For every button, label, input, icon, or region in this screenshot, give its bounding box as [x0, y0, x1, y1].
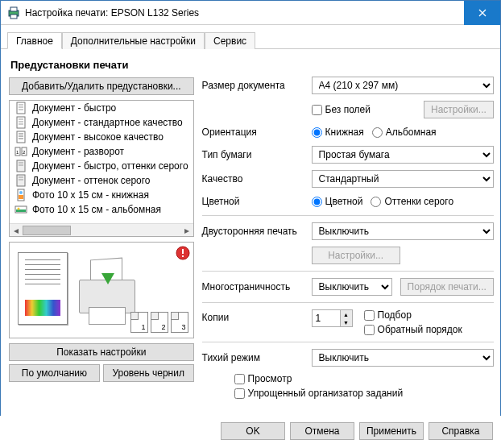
color-color-input[interactable] [312, 197, 322, 207]
scroll-right-arrow[interactable]: ▸ [180, 224, 193, 237]
doc-size-label: Размер документа [202, 80, 305, 91]
preview-page [18, 252, 68, 325]
copies-label: Копии [202, 309, 305, 323]
svg-rect-1 [10, 7, 17, 11]
separator [202, 342, 494, 342]
svg-point-30 [18, 208, 20, 210]
scroll-thumb[interactable] [23, 226, 71, 235]
duplex-select[interactable]: Выключить [312, 222, 494, 240]
svg-rect-3 [17, 102, 25, 114]
tab-advanced[interactable]: Дополнительные настройки [62, 32, 205, 49]
preset-item[interactable]: Документ - высокое качество [10, 130, 193, 144]
doc-icon [14, 116, 27, 129]
orientation-portrait-label: Книжная [325, 127, 364, 138]
quiet-select[interactable]: Выключить [312, 349, 494, 367]
preset-item[interactable]: Документ - оттенок серого [10, 173, 193, 188]
window-titlebar: Настройка печати: EPSON L132 Series [1, 1, 500, 25]
multipage-select[interactable]: Выключить [312, 278, 392, 296]
svg-rect-33 [182, 255, 184, 257]
svg-rect-11 [17, 131, 25, 143]
orientation-landscape-label: Альбомная [386, 127, 437, 138]
add-remove-presets-button[interactable]: Добавить/Удалить предустановки... [9, 77, 194, 95]
color-gray-radio[interactable]: Оттенки серого [371, 196, 453, 207]
orientation-portrait-input[interactable] [312, 127, 322, 138]
simple-organizer-label: Упрощенный организатор заданий [248, 388, 404, 399]
preset-horizontal-scrollbar[interactable]: ◂ ▸ [10, 223, 193, 236]
collate-input[interactable] [364, 310, 375, 321]
svg-rect-19 [17, 160, 25, 172]
separator [202, 215, 494, 216]
preset-item[interactable]: Фото 10 x 15 см - альбомная [10, 202, 193, 217]
borderless-checkbox[interactable]: Без полей [312, 104, 371, 115]
duplex-settings-button: Настройки... [312, 247, 400, 264]
presets-heading: Предустановки печати [9, 54, 194, 77]
svg-rect-7 [17, 117, 25, 128]
printer-app-icon [7, 6, 20, 19]
ink-levels-button[interactable]: Уровень чернил [103, 364, 194, 382]
ok-button[interactable]: OK [221, 422, 285, 440]
spread-icon: 12 [14, 145, 27, 158]
preset-item[interactable]: Документ - стандартное качество [10, 115, 193, 130]
preset-label: Документ - быстро [32, 102, 116, 114]
preset-label: Документ - высокое качество [32, 131, 164, 143]
orientation-landscape-input[interactable] [372, 127, 383, 138]
window-title: Настройка печати: EPSON L132 Series [25, 7, 464, 19]
svg-rect-29 [16, 209, 26, 212]
preset-label: Документ - стандартное качество [32, 117, 183, 128]
color-label: Цветной [202, 196, 305, 207]
simple-organizer-checkbox[interactable]: Упрощенный организатор заданий [234, 388, 404, 399]
preset-list[interactable]: Документ - быстро Документ - стандартное… [9, 100, 194, 237]
borderless-input[interactable] [312, 105, 322, 115]
reverse-input[interactable] [364, 325, 375, 335]
preset-item[interactable]: Документ - быстро, оттенки серого [10, 159, 193, 173]
collate-label: Подбор [378, 309, 412, 321]
quality-label: Качество [202, 173, 305, 185]
quality-select[interactable]: Стандартный [312, 170, 494, 188]
paper-type-select[interactable]: Простая бумага [312, 146, 494, 164]
preview-checkbox[interactable]: Просмотр [234, 373, 292, 384]
copies-input[interactable] [313, 310, 340, 326]
svg-rect-32 [182, 249, 184, 254]
doc-gray-icon [14, 160, 27, 172]
copies-spinner[interactable]: ▲ ▼ [312, 309, 353, 327]
color-color-radio[interactable]: Цветной [312, 196, 363, 207]
color-gray-input[interactable] [371, 197, 381, 207]
orientation-portrait-radio[interactable]: Книжная [312, 127, 364, 138]
doc-gray-icon [14, 174, 27, 187]
color-gray-text: Оттенки серого [384, 196, 453, 207]
paper-type-label: Тип бумаги [202, 149, 305, 160]
copies-up[interactable]: ▲ [341, 310, 352, 318]
defaults-button[interactable]: По умолчанию [9, 364, 100, 382]
close-button[interactable] [464, 1, 500, 25]
svg-rect-2 [10, 15, 17, 19]
preset-label: Фото 10 x 15 см - альбомная [32, 204, 161, 215]
tab-main[interactable]: Главное [7, 32, 62, 49]
tab-strip: Главное Дополнительные настройки Сервис [1, 25, 500, 49]
collate-checkbox[interactable]: Подбор [364, 309, 462, 321]
show-settings-button[interactable]: Показать настройки [9, 343, 194, 361]
preview-copies-icons [130, 312, 188, 333]
preset-item[interactable]: Документ - быстро [10, 101, 193, 115]
scroll-left-arrow[interactable]: ◂ [10, 224, 23, 237]
tab-service[interactable]: Сервис [205, 32, 255, 49]
print-preview [9, 242, 194, 338]
page-order-button: Порядок печати... [400, 278, 494, 296]
cancel-button[interactable]: Отмена [290, 422, 354, 440]
reverse-checkbox[interactable]: Обратный порядок [364, 324, 462, 335]
apply-button[interactable]: Применить [359, 422, 424, 440]
multipage-label: Многостраничность [202, 281, 305, 292]
help-button[interactable]: Справка [429, 422, 493, 440]
preset-label: Документ - оттенок серого [32, 175, 151, 186]
copies-down[interactable]: ▼ [341, 318, 352, 326]
preset-item[interactable]: 12 Документ - разворот [10, 144, 193, 159]
preview-input[interactable] [234, 374, 245, 384]
borderless-settings-button: Настройки... [424, 101, 494, 118]
duplex-label: Двусторонняя печать [202, 226, 305, 237]
svg-rect-22 [17, 175, 25, 186]
preset-item[interactable]: Фото 10 x 15 см - книжная [10, 188, 193, 202]
simple-organizer-input[interactable] [234, 388, 245, 399]
svg-point-27 [19, 191, 23, 194]
alert-icon [176, 246, 190, 260]
doc-size-select[interactable]: A4 (210 x 297 мм) [312, 77, 494, 94]
orientation-landscape-radio[interactable]: Альбомная [372, 127, 437, 138]
